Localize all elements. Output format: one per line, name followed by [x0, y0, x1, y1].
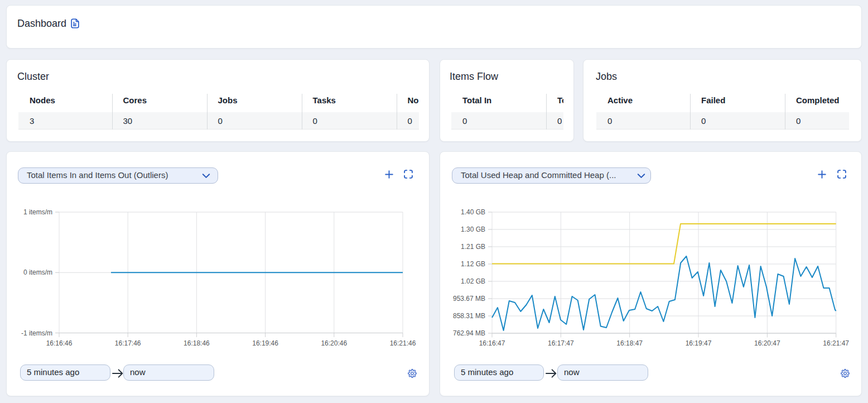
svg-text:16:18:46: 16:18:46 — [184, 339, 210, 347]
svg-text:1.02 GB: 1.02 GB — [461, 277, 485, 285]
svg-text:1.21 GB: 1.21 GB — [461, 243, 485, 251]
svg-text:16:16:47: 16:16:47 — [479, 339, 505, 347]
svg-text:1.12 GB: 1.12 GB — [461, 260, 485, 268]
svg-text:-1 items/m: -1 items/m — [21, 329, 52, 337]
svg-text:1 items/m: 1 items/m — [23, 208, 52, 216]
svg-text:16:19:46: 16:19:46 — [252, 339, 278, 347]
svg-text:762.94 MB: 762.94 MB — [453, 329, 485, 337]
svg-text:16:20:46: 16:20:46 — [321, 339, 347, 347]
svg-text:16:21:46: 16:21:46 — [390, 339, 416, 347]
svg-text:0 items/m: 0 items/m — [23, 268, 52, 276]
svg-text:16:16:46: 16:16:46 — [46, 339, 73, 347]
svg-text:16:19:47: 16:19:47 — [686, 339, 712, 347]
svg-text:16:21:47: 16:21:47 — [823, 339, 849, 347]
svg-text:953.67 MB: 953.67 MB — [453, 295, 485, 303]
svg-text:16:18:47: 16:18:47 — [616, 339, 643, 347]
svg-text:1.40 GB: 1.40 GB — [461, 208, 485, 216]
svg-text:1.30 GB: 1.30 GB — [461, 226, 485, 233]
svg-text:16:20:47: 16:20:47 — [754, 339, 780, 347]
svg-text:16:17:47: 16:17:47 — [548, 339, 574, 347]
svg-text:858.31 MB: 858.31 MB — [453, 312, 485, 320]
svg-text:16:17:46: 16:17:46 — [115, 339, 141, 347]
